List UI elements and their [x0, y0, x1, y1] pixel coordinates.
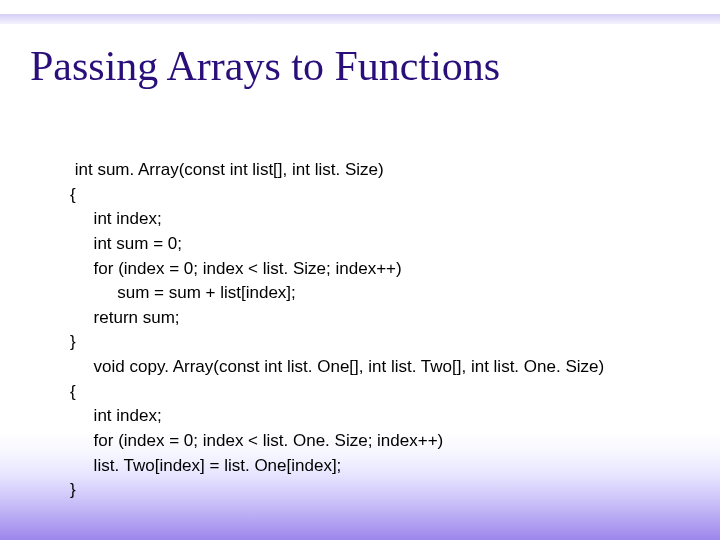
code-line: int index;	[70, 209, 162, 228]
code-line: int sum. Array(const int list[], int lis…	[70, 160, 384, 179]
code-line: return sum;	[70, 308, 180, 327]
code-line: {	[70, 185, 76, 204]
code-block: int sum. Array(const int list[], int lis…	[70, 158, 604, 503]
code-line: {	[70, 382, 76, 401]
code-line: void copy. Array(const int list. One[], …	[70, 357, 604, 376]
code-line: int index;	[70, 406, 162, 425]
code-line: }	[70, 332, 76, 351]
code-line: for (index = 0; index < list. One. Size;…	[70, 431, 443, 450]
code-line: int sum = 0;	[70, 234, 182, 253]
slide: Passing Arrays to Functions int sum. Arr…	[0, 0, 720, 540]
code-line: sum = sum + list[index];	[70, 283, 296, 302]
code-line: for (index = 0; index < list. Size; inde…	[70, 259, 402, 278]
code-line: list. Two[index] = list. One[index];	[70, 456, 341, 475]
code-line: }	[70, 480, 76, 499]
slide-title: Passing Arrays to Functions	[30, 42, 500, 90]
